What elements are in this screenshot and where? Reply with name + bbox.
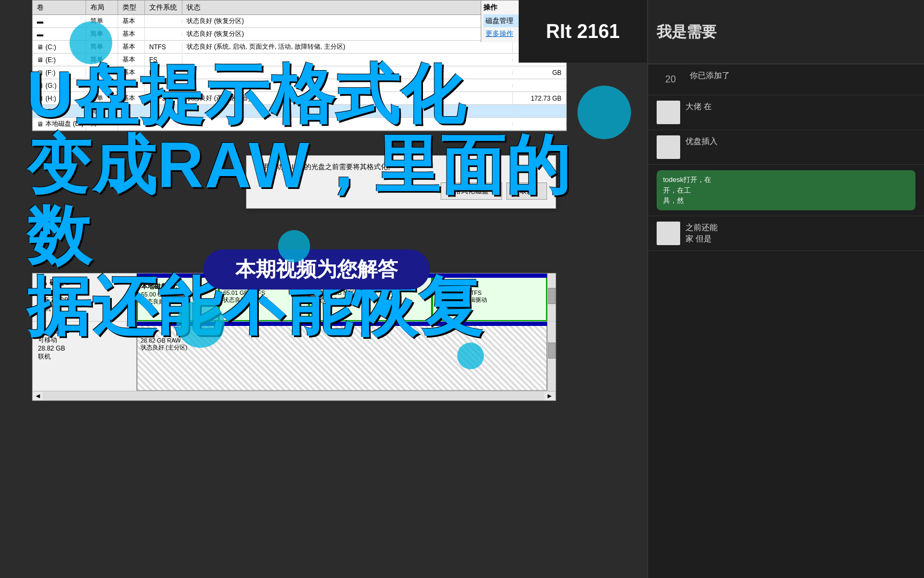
partition-i-status: 状态良好 (主分区) [141, 344, 543, 352]
row-layout: 简单 [86, 15, 118, 27]
chat-text: 大佬 在 [686, 101, 915, 112]
disk-2-size: 28.82 GB [38, 345, 131, 352]
overlay-title: U盘提示格式化 变成RAW，里面的数 据还能不能恢复 [27, 59, 615, 341]
row-status: 状态良好 (恢复分区) [182, 15, 513, 27]
scroll-arrows-bar: ◀ ▶ [33, 391, 556, 400]
right-sidebar: 我是需要 20 你已添加了 大佬 在 优盘插入 [647, 0, 924, 578]
list-item[interactable]: 优盘插入 [648, 130, 924, 165]
chat-content: 优盘插入 [686, 135, 915, 147]
scrollbar-thumb-2[interactable] [548, 343, 556, 359]
row-vol: ▬ [33, 16, 86, 27]
col-layout-header: 布局 [86, 1, 118, 14]
col-vol-header: 卷 [33, 1, 86, 14]
disk-2-status: 联机 [38, 352, 131, 361]
row-type: 基本 [118, 15, 145, 27]
row-status: 状态良好 (恢复分区) [182, 28, 513, 40]
chat-content: 你已添加了 [690, 70, 915, 81]
list-item[interactable]: 大佬 在 [648, 95, 924, 130]
rit-text: RIt 2161 [546, 20, 620, 43]
avatar [657, 222, 680, 245]
chat-text-green: todesk打开，在开，在工具，然 [657, 170, 915, 210]
col-fs-header: 文件系统 [145, 1, 182, 14]
rit-badge: RIt 2161 [519, 0, 647, 63]
sidebar-header: 我是需要 [648, 0, 924, 64]
row-type: 基本 [118, 41, 145, 53]
row-type: 基本 [118, 28, 145, 40]
row-fs: NTFS [145, 42, 182, 52]
chat-content-green: todesk打开，在开，在工具，然 [657, 170, 915, 210]
avatar [657, 101, 680, 124]
main-content: 卷 布局 类型 文件系统 状态 容量 ▬ 简单 基本 状态良好 (恢复分区) 8… [0, 0, 647, 578]
avatar [657, 135, 680, 159]
row-vol: ▬ [33, 29, 86, 40]
table-row[interactable]: 🖥(C:) 简单 基本 NTFS 状态良好 (系统, 启动, 页面文件, 活动,… [33, 41, 566, 54]
sidebar-header-text: 我是需要 [657, 23, 717, 41]
row-fs [145, 33, 182, 36]
row-status: 状态良好 (系统, 启动, 页面文件, 活动, 故障转储, 主分区) [182, 41, 513, 53]
chat-timestamp-item: 20 你已添加了 [648, 64, 924, 95]
list-item[interactable]: todesk打开，在开，在工具，然 [648, 165, 924, 216]
row-layout: 简单 [86, 41, 118, 53]
chat-text: 优盘插入 [686, 135, 915, 147]
chat-list: 20 你已添加了 大佬 在 优盘插入 todesk打开，在开，在工具，然 [648, 64, 924, 578]
chat-text: 你已添加了 [690, 70, 915, 81]
chat-timestamp: 20 [657, 70, 684, 89]
chat-text: 之前还能家 但是 [686, 222, 915, 244]
banner-pill: 本期视频为您解答 [203, 249, 430, 290]
scroll-right-arrow[interactable]: ▶ [544, 392, 556, 400]
row-vol: 🖥(C:) [33, 42, 86, 52]
col-status-header: 状态 [182, 1, 513, 14]
scroll-left-arrow[interactable]: ◀ [33, 392, 44, 400]
chat-content: 大佬 在 [686, 101, 915, 112]
col-type-header: 类型 [118, 1, 145, 14]
row-layout: 简单 [86, 28, 118, 40]
list-item[interactable]: 之前还能家 但是 [648, 216, 924, 251]
row-fs [145, 20, 182, 23]
overlay-line-1: U盘提示格式化 [27, 59, 615, 130]
chat-content: 之前还能家 但是 [686, 222, 915, 244]
